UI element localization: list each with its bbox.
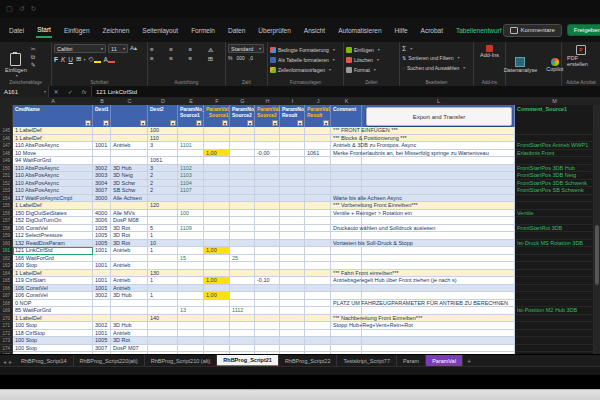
cell-K175[interactable]	[331, 352, 362, 354]
cell-G151[interactable]	[230, 172, 255, 180]
cell-F162[interactable]	[204, 255, 230, 263]
cell-F145[interactable]	[204, 127, 230, 135]
cells-button-1[interactable]: Löschen▾	[346, 55, 397, 64]
column-header-D[interactable]: D	[148, 97, 178, 105]
cell-D174[interactable]	[148, 345, 178, 353]
sheet-nav-left-icon[interactable]: ◂	[3, 358, 6, 365]
column-header-F[interactable]: F	[204, 97, 230, 105]
cell-J160[interactable]	[305, 240, 331, 248]
cell-K146[interactable]: *** Blocks & Positionierung ***	[331, 135, 362, 143]
filter-icon[interactable]: ▾	[103, 120, 109, 126]
align-top-icon[interactable]: ≡	[150, 46, 165, 54]
cell-M161[interactable]	[515, 247, 594, 255]
row-header-159[interactable]: 159	[0, 232, 13, 240]
cell-I168[interactable]	[280, 300, 305, 308]
cell-C165[interactable]: Antrieb	[111, 277, 148, 285]
row-header-152[interactable]: 152	[0, 180, 13, 188]
cell-L169[interactable]	[362, 307, 515, 315]
tab-zeichnen[interactable]: Zeichnen	[102, 23, 131, 37]
row-header-165[interactable]: 165	[0, 277, 13, 285]
cell-C158[interactable]: 3D Rot	[111, 225, 148, 233]
cell-D171[interactable]	[148, 322, 178, 330]
cell-H160[interactable]	[255, 240, 280, 248]
cell-F148[interactable]: 1,00	[204, 150, 230, 158]
save-icon[interactable]: ▢	[6, 5, 13, 13]
cell-M171[interactable]	[515, 322, 594, 330]
cell-A169[interactable]: 85 WaitForGrd	[13, 307, 93, 315]
cell-J155[interactable]	[305, 202, 331, 210]
cell-E149[interactable]	[178, 157, 204, 165]
cell-D155[interactable]: 120	[148, 202, 178, 210]
cell-I147[interactable]	[280, 142, 305, 150]
cell-C156[interactable]: Alle MVs	[111, 210, 148, 218]
cell-J148[interactable]: 1061	[305, 150, 331, 158]
cell-H152[interactable]	[255, 180, 280, 188]
cell-A164[interactable]: 1 LabelDef	[13, 270, 93, 278]
cell-G170[interactable]	[230, 315, 255, 323]
name-box[interactable]: A161▾	[0, 86, 49, 97]
cell-I166[interactable]	[280, 285, 305, 293]
column-header-J[interactable]: J	[305, 97, 331, 105]
cell-E160[interactable]	[178, 240, 204, 248]
cell-F155[interactable]	[204, 202, 230, 210]
cell-G173[interactable]	[230, 337, 255, 345]
addins-button[interactable]: Add-Ins	[476, 44, 503, 59]
cell-G155[interactable]	[230, 202, 255, 210]
header-F[interactable]: ParamVal _Source1▾	[204, 105, 230, 127]
cell-D151[interactable]: 2	[148, 172, 178, 180]
row-header-154[interactable]: 154	[0, 195, 13, 203]
cell-M165[interactable]	[515, 277, 594, 285]
cell-C152[interactable]: 3D Schw	[111, 180, 148, 188]
row-header-148[interactable]: 148	[0, 150, 13, 158]
sort-filter-button[interactable]: ⇅Sortieren und Filtern▾	[402, 53, 471, 62]
font-name-select[interactable]: Calibri▾	[54, 44, 106, 53]
cell-G164[interactable]	[230, 270, 255, 278]
formula-input[interactable]: 121 LinkCtrlStd	[92, 86, 600, 97]
cell-E172[interactable]	[178, 330, 204, 338]
fill-color-icon[interactable]: ◇	[89, 55, 101, 63]
row-header-167[interactable]: 167	[0, 292, 13, 300]
header-D[interactable]: Dest2▾	[148, 105, 178, 127]
cell-F150[interactable]	[204, 165, 230, 173]
cell-K160[interactable]: Vortasten bis Soll-Druck & Stopp	[331, 240, 362, 248]
cancel-icon[interactable]: ✕	[54, 88, 59, 95]
cell-G167[interactable]	[230, 292, 255, 300]
column-header-G[interactable]: G	[230, 97, 255, 105]
cell-A149[interactable]: 94 WaitForGrd	[13, 157, 93, 165]
cell-H163[interactable]	[255, 262, 280, 270]
header-I[interactable]: ParamNo_ Result▾	[280, 105, 305, 127]
copy-icon[interactable]: ⧉	[31, 54, 36, 60]
align-middle-icon[interactable]: ≡	[169, 46, 184, 54]
cell-M166[interactable]	[515, 285, 594, 293]
cell-B170[interactable]	[93, 315, 111, 323]
column-header-A[interactable]: A	[13, 97, 93, 105]
cell-L149[interactable]	[362, 157, 515, 165]
tab-ansicht[interactable]: Ansicht	[303, 23, 326, 37]
grow-font-icon[interactable]: A▴	[130, 44, 137, 53]
column-header-E[interactable]: E	[178, 97, 204, 105]
cell-A158[interactable]: 106 ConstVel	[13, 225, 93, 233]
cell-C145[interactable]	[111, 127, 148, 135]
cell-A148[interactable]: 10 Move	[13, 150, 93, 158]
cell-K172[interactable]	[331, 330, 362, 338]
cell-J153[interactable]	[305, 187, 331, 195]
cell-G145[interactable]	[230, 127, 255, 135]
tab-seitenlayout[interactable]: Seitenlayout	[141, 23, 179, 37]
cell-E155[interactable]	[178, 202, 204, 210]
cell-K166[interactable]	[331, 285, 362, 293]
row-header-174[interactable]: 174	[0, 345, 13, 353]
cells-button-2[interactable]: Format▾	[346, 65, 397, 74]
fx-icon[interactable]: fx	[82, 89, 87, 95]
cell-D147[interactable]: 3	[148, 142, 178, 150]
cell-I150[interactable]	[280, 165, 305, 173]
cell-E169[interactable]: 13	[178, 307, 204, 315]
cell-A163[interactable]: 100 Stop	[13, 262, 93, 270]
row-header-155[interactable]: 155	[0, 202, 13, 210]
cell-J151[interactable]	[305, 172, 331, 180]
cell-K174[interactable]	[331, 345, 362, 353]
cell-E152[interactable]: 1104	[178, 180, 204, 188]
cell-L161[interactable]	[362, 247, 515, 255]
cell-A171[interactable]: 100 Stop	[13, 322, 93, 330]
cell-C159[interactable]: 3D Rot	[111, 232, 148, 240]
cell-C166[interactable]: Antrieb	[111, 285, 148, 293]
